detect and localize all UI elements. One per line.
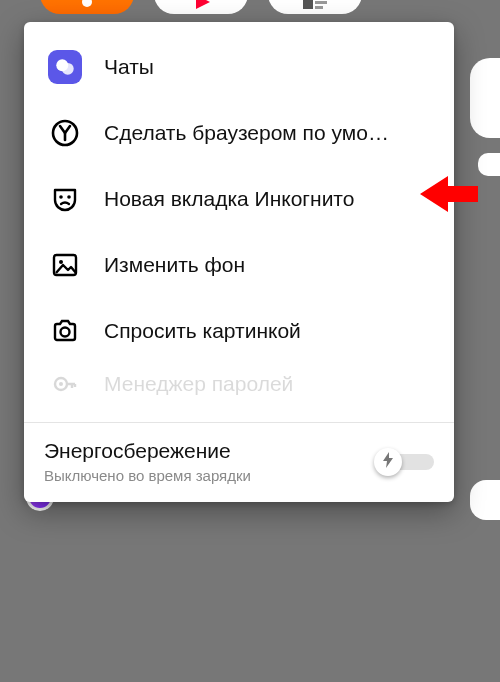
svg-rect-1 (303, 0, 313, 9)
svg-marker-16 (420, 176, 478, 212)
annotation-arrow (420, 174, 478, 214)
svg-point-15 (59, 382, 63, 386)
menu-item-ask-with-image[interactable]: Спросить картинкой (24, 298, 454, 364)
svg-rect-3 (315, 1, 327, 4)
shortcut-tile (154, 0, 248, 14)
menu-item-password-manager[interactable]: Менеджер паролей (24, 364, 454, 404)
bolt-icon (382, 452, 394, 471)
incognito-mask-icon (48, 182, 82, 216)
energy-saving-text: Энергосбережение Выключено во время заря… (44, 439, 251, 484)
svg-point-12 (59, 260, 63, 264)
menu-item-label: Спросить картинкой (104, 319, 301, 343)
key-icon (48, 367, 82, 401)
menu-item-default-browser[interactable]: Сделать браузером по умо… (24, 100, 454, 166)
energy-saving-toggle[interactable] (374, 448, 434, 476)
menu-list: Чаты Сделать браузером по умо… (24, 22, 454, 418)
image-icon (48, 248, 82, 282)
svg-marker-0 (196, 0, 210, 9)
menu-item-label: Менеджер паролей (104, 372, 293, 396)
svg-point-10 (67, 195, 71, 199)
menu-item-label: Сделать браузером по умо… (104, 121, 389, 145)
menu-item-change-background[interactable]: Изменить фон (24, 232, 454, 298)
menu-item-label: Изменить фон (104, 253, 245, 277)
energy-saving-title: Энергосбережение (44, 439, 251, 463)
energy-saving-row[interactable]: Энергосбережение Выключено во время заря… (24, 423, 454, 502)
shortcut-tile (40, 0, 134, 14)
menu-item-incognito-tab[interactable]: Новая вкладка Инкогнито (24, 166, 454, 232)
menu-item-label: Новая вкладка Инкогнито (104, 187, 354, 211)
menu-item-chats[interactable]: Чаты (24, 34, 454, 100)
svg-point-13 (61, 328, 70, 337)
camera-search-icon (48, 314, 82, 348)
chats-icon (48, 50, 82, 84)
svg-point-6 (62, 63, 74, 75)
yandex-browser-icon (48, 116, 82, 150)
background-card-hint (470, 58, 500, 138)
svg-point-9 (59, 195, 63, 199)
svg-rect-4 (315, 6, 323, 9)
background-card-hint (470, 480, 500, 520)
background-card-hint (478, 153, 500, 176)
browser-menu-popup: Чаты Сделать браузером по умо… (24, 22, 454, 502)
menu-item-label: Чаты (104, 55, 154, 79)
shortcut-tile (268, 0, 362, 14)
energy-saving-subtitle: Выключено во время зарядки (44, 467, 251, 484)
toggle-knob (374, 448, 402, 476)
